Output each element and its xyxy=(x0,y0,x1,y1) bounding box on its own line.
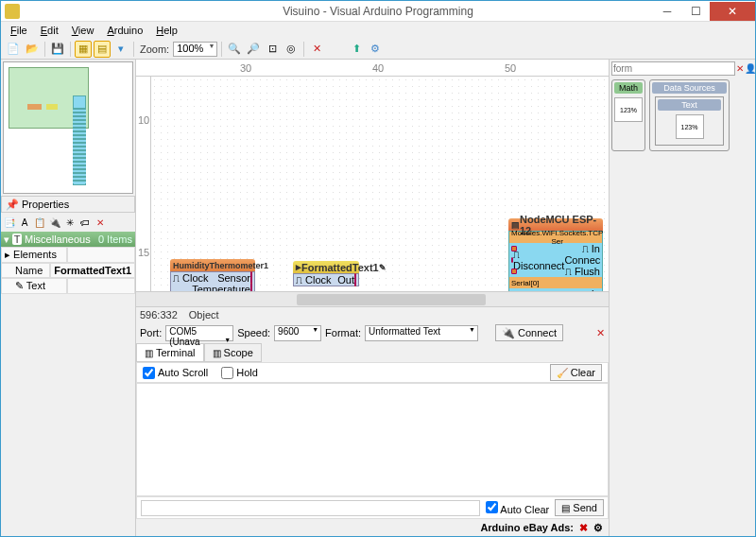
port-label: Port: xyxy=(140,327,162,338)
open-button[interactable]: 📂 xyxy=(24,41,41,58)
delete-button[interactable]: ✕ xyxy=(308,41,325,58)
search-input[interactable] xyxy=(611,61,735,76)
autoclear-check[interactable]: Auto Clear xyxy=(486,501,549,515)
grid-button[interactable]: ▦ xyxy=(75,41,92,58)
zoom-reset-icon[interactable]: ◎ xyxy=(283,41,300,58)
node-humidity-thermometer[interactable]: HumidityThermometer1 ⎍ ClockSensor Tempe… xyxy=(170,259,255,291)
format-select[interactable]: Unformatted Text xyxy=(365,325,478,341)
node-header: FormattedText1 xyxy=(301,262,379,273)
ads-close-icon[interactable]: ✖ xyxy=(579,522,588,534)
status-bar: 596:332 Object xyxy=(136,307,609,322)
prop-cat-icon[interactable]: 📑 xyxy=(3,216,16,229)
send-input[interactable] xyxy=(141,500,480,516)
properties-toolbar: 📑 A 📋 🔌 ✳ 🏷 ✕ xyxy=(1,213,135,232)
category-label: Miscellaneous xyxy=(25,234,91,245)
zoom-select[interactable]: 100% xyxy=(173,42,217,57)
port-select[interactable]: COM5 (Unava xyxy=(165,325,233,341)
zoom-in-icon[interactable]: 🔍 xyxy=(226,41,243,58)
category-row[interactable]: ▾ T Miscellaneous 0 Items xyxy=(1,232,135,247)
pin-out[interactable] xyxy=(250,283,252,291)
send-button[interactable]: ▤ Send xyxy=(555,499,604,516)
card-icon: 123% xyxy=(614,97,643,122)
zoom-fit-icon[interactable]: ⊡ xyxy=(264,41,281,58)
properties-header: 📌 Properties xyxy=(1,196,135,213)
bottom-tabs: ▥ Terminal ▥ Scope xyxy=(136,343,609,362)
menu-arduino[interactable]: Arduino xyxy=(101,24,148,37)
card-math[interactable]: Math 123% xyxy=(611,79,645,151)
pin-out[interactable] xyxy=(354,273,356,286)
status-object: Object xyxy=(189,309,219,320)
snap-button[interactable]: ▤ xyxy=(94,41,111,58)
menu-help[interactable]: Help xyxy=(150,24,183,37)
minimize-button[interactable]: ─ xyxy=(653,2,681,21)
prop-az-icon[interactable]: A xyxy=(18,216,31,229)
card-header: Math xyxy=(614,82,643,94)
properties-title: Properties xyxy=(22,199,69,210)
menu-bar: File Edit View Arduino Help xyxy=(1,22,755,39)
menu-file[interactable]: File xyxy=(5,24,33,37)
horizontal-scrollbar[interactable] xyxy=(136,291,609,306)
app-icon xyxy=(5,4,20,19)
save-button[interactable]: 💾 xyxy=(49,41,66,58)
clear-button[interactable]: 🧹 Clear xyxy=(550,364,602,381)
prop-conn-icon[interactable]: 🔌 xyxy=(48,216,61,229)
close-button[interactable]: ✕ xyxy=(710,2,755,21)
menu-view[interactable]: View xyxy=(66,24,100,37)
prop-row-name[interactable]: Name FormattedText1 xyxy=(1,263,135,278)
title-bar: Visuino - Visual Arduino Programming ─ ☐… xyxy=(1,1,755,22)
settings-button[interactable]: ⚙ xyxy=(367,41,384,58)
hold-check[interactable]: Hold xyxy=(221,367,258,379)
zoom-out-icon[interactable]: 🔎 xyxy=(245,41,262,58)
autoscroll-check[interactable]: Auto Scroll xyxy=(143,367,208,379)
prop-tag-icon[interactable]: 🏷 xyxy=(78,216,92,229)
component-panel: ✕ 👤 ▦ ▥ Math 123% Data Sources Text 123% xyxy=(609,60,755,536)
ads-gear-icon[interactable]: ⚙ xyxy=(593,522,603,534)
card-data-sources[interactable]: Data Sources Text 123% xyxy=(649,79,730,151)
canvas[interactable]: HumidityThermometer1 ⎍ ClockSensor Tempe… xyxy=(151,77,609,291)
new-button[interactable]: 📄 xyxy=(5,41,22,58)
send-bar: Auto Clear ▤ Send xyxy=(136,496,609,519)
search-clear-icon[interactable]: ✕ xyxy=(736,61,744,75)
format-label: Format: xyxy=(325,327,361,338)
upload-button[interactable]: ⬆ xyxy=(348,41,365,58)
menu-edit[interactable]: Edit xyxy=(35,24,64,37)
prop-del-icon[interactable]: ✕ xyxy=(94,216,107,229)
prop-row-elements[interactable]: ▸ Elements xyxy=(1,247,135,263)
terminal-output xyxy=(136,383,609,496)
search-user-icon[interactable]: 👤 xyxy=(745,61,755,75)
speed-select[interactable]: 9600 xyxy=(274,325,321,341)
close-panel-icon[interactable]: ✕ xyxy=(596,327,605,339)
speed-label: Speed: xyxy=(237,327,270,338)
ruler-vertical: 10 15 xyxy=(136,77,151,291)
maximize-button[interactable]: ☐ xyxy=(681,2,710,21)
zoom-label: Zoom: xyxy=(140,43,169,55)
card-header: Data Sources xyxy=(652,82,727,94)
node-header: HumidityThermometer1 xyxy=(170,259,255,271)
card-sub-header: Text xyxy=(658,99,721,111)
pin-icon[interactable]: 📌 xyxy=(6,199,19,211)
card-icon: 123% xyxy=(676,114,704,139)
prop-ins-icon[interactable]: 📋 xyxy=(33,216,46,229)
items-count: 0 Items xyxy=(98,234,132,245)
main-toolbar: 📄 📂 💾 ▦ ▤ ▾ Zoom: 100% 🔍 🔎 ⊡ ◎ ✕ ⬆ ⚙ xyxy=(1,39,755,60)
footer-bar: Arduino eBay Ads: ✖ ⚙ xyxy=(136,519,609,536)
prop-row-text[interactable]: ✎ Text xyxy=(1,278,135,294)
minimap[interactable] xyxy=(3,61,133,194)
prop-star-icon[interactable]: ✳ xyxy=(63,216,77,229)
node-formatted-text[interactable]: ▸ FormattedText1 ✎ ⎍ ClockOut xyxy=(293,261,359,286)
ruler-horizontal: 30 40 50 xyxy=(136,60,609,77)
connect-button[interactable]: 🔌Connect xyxy=(495,324,563,341)
pin-in[interactable] xyxy=(511,268,517,274)
connection-bar: Port: COM5 (Unava Speed: 9600 Format: Un… xyxy=(136,322,609,343)
tab-scope[interactable]: ▥ Scope xyxy=(204,343,262,362)
ads-label: Arduino eBay Ads: xyxy=(480,522,574,533)
node-nodemcu[interactable]: ▤ NodeMCU ESP-12 Modules.WiFi.Sockets.TC… xyxy=(508,218,603,291)
status-coords: 596:332 xyxy=(140,309,178,320)
window-title: Visuino - Visual Arduino Programming xyxy=(283,5,473,18)
layers-button[interactable]: ▾ xyxy=(112,41,129,58)
terminal-controls: Auto Scroll Hold 🧹 Clear xyxy=(136,362,609,383)
